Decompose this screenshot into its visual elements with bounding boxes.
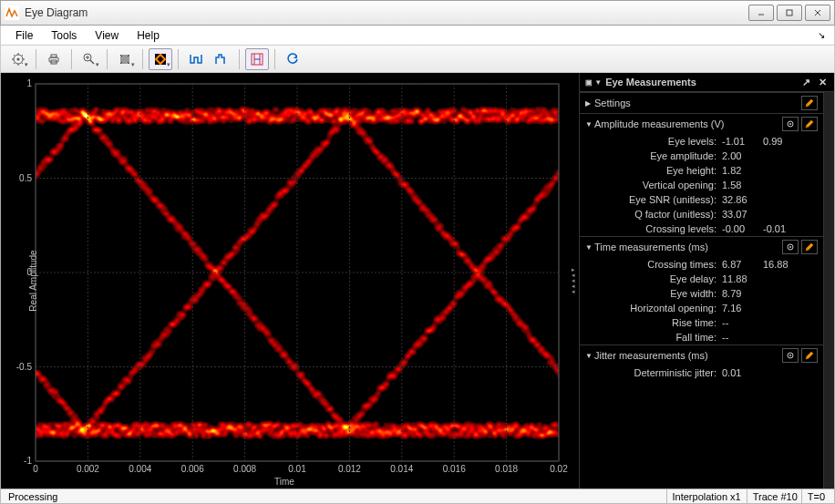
- print-button[interactable]: [42, 48, 66, 70]
- menu-view[interactable]: View: [86, 27, 128, 44]
- x-axis-label: Time: [274, 477, 294, 487]
- gear-icon[interactable]: [782, 117, 799, 131]
- crossing-levels-row: Crossing levels:-0.00-0.01: [580, 221, 823, 236]
- measurements-panel: ▣ ▼ Eye Measurements ↗ ✕ ▶ Settings ▼ Am…: [579, 73, 834, 489]
- svg-line-9: [90, 60, 94, 64]
- edit-icon[interactable]: [801, 117, 818, 131]
- menu-file[interactable]: File: [6, 27, 42, 44]
- bathtub-button[interactable]: [184, 48, 208, 70]
- edit-icon[interactable]: [801, 240, 818, 254]
- titlebar: Eye Diagram: [0, 0, 835, 26]
- svg-text:0.01: 0.01: [288, 464, 306, 474]
- eye-diagram-plot[interactable]: 10.50-0.5-100.0020.0040.0060.0080.010.01…: [1, 73, 568, 489]
- vertical-opening-row: Vertical opening:1.58: [580, 178, 823, 192]
- edit-icon[interactable]: [801, 96, 818, 110]
- settings-section[interactable]: ▶ Settings: [580, 92, 823, 113]
- status-trace: Trace #10: [747, 489, 801, 503]
- menubar: File Tools View Help ↘: [0, 26, 835, 46]
- svg-text:0.004: 0.004: [129, 464, 151, 474]
- svg-text:-0.5: -0.5: [16, 362, 33, 372]
- eye-snr-row: Eye SNR (unitless):32.86: [580, 192, 823, 207]
- minimize-button[interactable]: [748, 5, 774, 21]
- zoom-dropdown[interactable]: [77, 48, 101, 70]
- eye-delay-row: Eye delay:11.88: [580, 272, 823, 286]
- y-axis-label: Real Amplitude: [28, 250, 38, 311]
- eye-amplitude-row: Eye amplitude:2.00: [580, 149, 823, 163]
- close-button[interactable]: [805, 5, 830, 21]
- svg-rect-2: [787, 10, 792, 15]
- svg-point-4: [17, 57, 20, 60]
- fall-time-row: Fall time:--: [580, 330, 823, 345]
- eye-levels-row: Eye levels:-1.010.99: [580, 134, 823, 149]
- svg-text:0.002: 0.002: [77, 464, 99, 474]
- svg-text:0.5: 0.5: [19, 173, 32, 183]
- panel-close-icon[interactable]: ✕: [816, 76, 829, 88]
- histogram-button[interactable]: [210, 48, 233, 70]
- refresh-button[interactable]: [281, 48, 304, 70]
- svg-text:0: 0: [33, 464, 38, 474]
- svg-point-52: [789, 123, 791, 125]
- edit-icon[interactable]: [801, 348, 818, 363]
- amplitude-section[interactable]: ▼ Amplitude measurements (V): [580, 113, 823, 134]
- eye-width-row: Eye width:8.79: [580, 286, 823, 301]
- menu-tools[interactable]: Tools: [42, 27, 86, 44]
- statusbar: Processing Interpolation x1 Trace #10 T=…: [0, 489, 835, 504]
- plot-axes: 10.50-0.5-100.0020.0040.0060.0080.010.01…: [1, 73, 568, 489]
- gear-icon[interactable]: [782, 240, 799, 254]
- svg-text:1: 1: [26, 78, 32, 88]
- autoscale-dropdown[interactable]: [113, 48, 137, 70]
- status-interpolation: Interpolation x1: [666, 489, 747, 503]
- toolbar-corner-icon[interactable]: ↘: [818, 30, 825, 40]
- svg-text:0.008: 0.008: [233, 464, 256, 474]
- status-time: T=0: [801, 489, 830, 503]
- jitter-section[interactable]: ▼ Jitter measurements (ms): [580, 345, 823, 365]
- settings-dropdown[interactable]: [6, 48, 30, 70]
- maximize-button[interactable]: [777, 5, 802, 21]
- svg-text:0.018: 0.018: [495, 464, 518, 474]
- colormap-dropdown[interactable]: [149, 48, 172, 70]
- content-area: 10.50-0.5-100.0020.0040.0060.0080.010.01…: [0, 73, 835, 489]
- horizontal-opening-row: Horizontal opening:7.16: [580, 301, 823, 315]
- svg-rect-6: [51, 55, 57, 57]
- pane-resize-handle[interactable]: ▸◂◂◂◂: [568, 73, 579, 489]
- deterministic-jitter-row: Deterministic jitter:0.01: [580, 365, 823, 380]
- toolbar: [0, 46, 835, 73]
- svg-text:0.012: 0.012: [338, 464, 361, 474]
- panel-dock-icon[interactable]: ↗: [799, 76, 812, 88]
- rise-time-row: Rise time:--: [580, 315, 823, 330]
- svg-point-56: [789, 355, 791, 356]
- crossing-times-row: Crossing times:6.8716.88: [580, 257, 823, 272]
- time-section[interactable]: ▼ Time measurements (ms): [580, 236, 823, 257]
- svg-text:-1: -1: [24, 456, 32, 466]
- eye-height-row: Eye height:1.82: [580, 163, 823, 178]
- q-factor-row: Q factor (unitless):33.07: [580, 207, 823, 221]
- app-icon: [5, 5, 19, 20]
- svg-text:0.016: 0.016: [443, 464, 466, 474]
- measurements-header: ▣ ▼ Eye Measurements ↗ ✕: [580, 73, 834, 92]
- svg-text:0.02: 0.02: [550, 464, 568, 474]
- svg-rect-18: [36, 84, 559, 461]
- status-text: Processing: [5, 491, 666, 502]
- window-title: Eye Diagram: [25, 6, 746, 19]
- svg-text:0.006: 0.006: [181, 464, 204, 474]
- menu-help[interactable]: Help: [128, 27, 169, 44]
- measurements-title: Eye Measurements: [605, 77, 796, 87]
- gear-icon[interactable]: [782, 348, 799, 363]
- measurements-scrollbar[interactable]: [823, 92, 834, 489]
- svg-text:0.014: 0.014: [390, 464, 413, 474]
- measurements-button[interactable]: [245, 48, 269, 70]
- svg-point-54: [789, 246, 791, 248]
